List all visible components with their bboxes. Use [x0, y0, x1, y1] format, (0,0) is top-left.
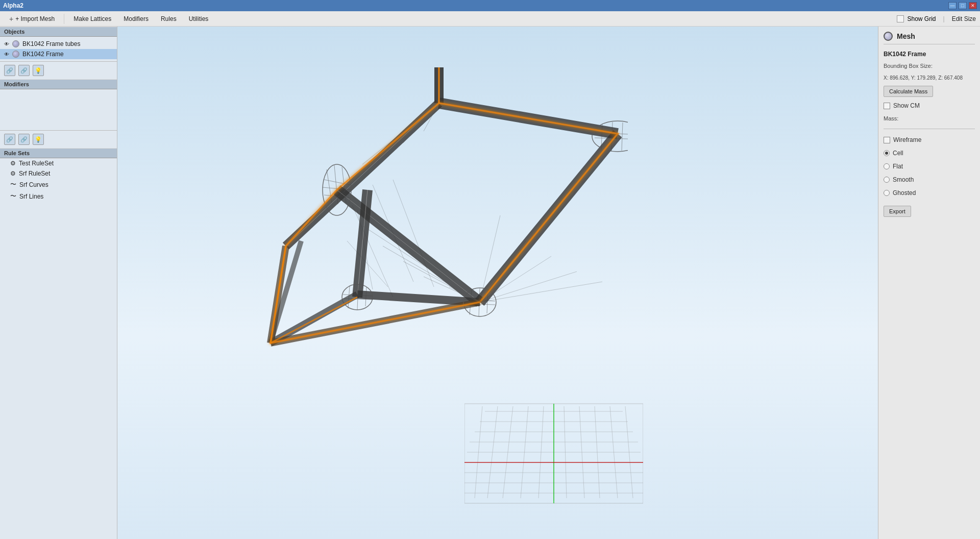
svg-line-53 — [373, 185, 413, 282]
rulesets-label: Rule Sets — [0, 148, 117, 158]
rulesets-section: Rule Sets ⚙ Test RuleSet ⚙ Srf RuleSet 〜… — [0, 148, 117, 539]
object-item-frame-tubes[interactable]: 👁 BK1042 Frame tubes — [0, 39, 117, 49]
show-grid-checkbox[interactable] — [897, 15, 904, 22]
object-toolbar: 🔗 🔗 💡 — [0, 61, 117, 79]
modifiers-menu[interactable]: Modifiers — [118, 13, 154, 24]
ghosted-radio-row[interactable]: Ghosted — [884, 189, 975, 197]
bounding-box-label: Bounding Box Size: — [884, 63, 975, 69]
main-layout: Objects 👁 BK1042 Frame tubes 👁 BK1042 Fr… — [0, 27, 980, 539]
flat-radio[interactable] — [884, 163, 890, 169]
show-grid-label: Show Grid — [907, 15, 936, 22]
svg-line-59 — [480, 241, 526, 302]
show-cm-row[interactable]: Show CM — [884, 102, 975, 109]
ruleset-item-curves[interactable]: 〜 Srf Curves — [0, 179, 117, 190]
divider-1 — [884, 129, 975, 129]
mod-link-icon-2[interactable]: 🔗 — [18, 134, 30, 145]
ruleset-item-lines[interactable]: 〜 Srf Lines — [0, 190, 117, 202]
ruleset-item-test[interactable]: ⚙ Test RuleSet — [0, 158, 117, 168]
link-icon-1[interactable]: 🔗 — [4, 65, 15, 76]
grid-floor — [464, 396, 643, 508]
show-cm-checkbox[interactable] — [884, 103, 890, 109]
link-icon-2[interactable]: 🔗 — [18, 65, 30, 76]
svg-line-8 — [357, 295, 480, 302]
rules-menu[interactable]: Rules — [156, 13, 182, 24]
import-mesh-button[interactable]: + + Import Mesh — [4, 13, 60, 25]
show-cm-label: Show CM — [893, 102, 920, 109]
globe-icon — [12, 40, 19, 47]
mass-label: Mass: — [884, 115, 975, 121]
modifier-toolbar: 🔗 🔗 💡 — [0, 130, 117, 148]
mod-bulb-icon[interactable]: 💡 — [33, 134, 44, 145]
menu-bar: + + Import Mesh Make Lattices Modifiers … — [0, 11, 980, 27]
bulb-icon[interactable]: 💡 — [33, 65, 44, 76]
mod-link-icon-1[interactable]: 🔗 — [4, 134, 15, 145]
close-button[interactable]: ✕ — [969, 2, 977, 9]
minimize-button[interactable]: — — [948, 2, 957, 9]
cell-label: Cell — [893, 150, 903, 157]
globe-icon-2 — [12, 51, 19, 58]
modifiers-content — [0, 89, 117, 130]
object-name-frame-tubes: BK1042 Frame tubes — [22, 40, 80, 47]
object-name-display: BK1042 Frame — [884, 51, 975, 58]
viewport-3d[interactable] — [117, 27, 878, 539]
make-lattices-menu[interactable]: Make Lattices — [68, 13, 116, 24]
modifiers-section: Modifiers — [0, 79, 117, 130]
maximize-button[interactable]: □ — [959, 2, 967, 9]
ruleset-icon: ⚙ — [10, 160, 16, 167]
calculate-mass-button[interactable]: Calculate Mass — [884, 86, 933, 97]
object-name-frame: BK1042 Frame — [22, 51, 64, 58]
modifiers-label: Modifiers — [0, 79, 117, 89]
smooth-radio-row[interactable]: Smooth — [884, 176, 975, 183]
ruleset-item-srf[interactable]: ⚙ Srf RuleSet — [0, 168, 117, 179]
ghosted-radio[interactable] — [884, 190, 890, 196]
svg-line-45 — [403, 103, 439, 143]
flat-radio-row[interactable]: Flat — [884, 163, 975, 170]
curve-icon: 〜 — [10, 180, 16, 189]
rulesets-list: ⚙ Test RuleSet ⚙ Srf RuleSet 〜 Srf Curve… — [0, 158, 117, 539]
window-controls[interactable]: — □ ✕ — [948, 2, 977, 9]
bike-frame-model — [168, 52, 628, 384]
ghosted-label: Ghosted — [893, 189, 916, 197]
export-button[interactable]: Export — [884, 206, 911, 217]
smooth-label: Smooth — [893, 176, 914, 183]
cell-radio-row[interactable]: Cell — [884, 150, 975, 157]
edit-size-label[interactable]: Edit Size — [952, 15, 976, 22]
wireframe-label: Wireframe — [893, 136, 921, 143]
utilities-menu[interactable]: Utilities — [184, 13, 214, 24]
wireframe-checkbox[interactable] — [884, 137, 890, 143]
ruleset-icon-2: ⚙ — [10, 170, 16, 177]
bounding-box-values: X: 896.628, Y: 179.289, Z: 667.408 — [884, 75, 975, 81]
right-panel: Mesh BK1042 Frame Bounding Box Size: X: … — [878, 27, 980, 539]
mesh-globe-icon — [884, 32, 893, 41]
objects-section-label: Objects — [0, 27, 117, 37]
object-item-frame[interactable]: 👁 BK1042 Frame — [0, 49, 117, 59]
svg-line-48 — [362, 226, 480, 302]
eye-icon: 👁 — [4, 41, 9, 47]
panel-title: Mesh — [897, 32, 915, 40]
wireframe-row[interactable]: Wireframe — [884, 136, 975, 143]
show-grid-area: Show Grid | Edit Size — [897, 15, 976, 22]
flat-label: Flat — [893, 163, 903, 170]
object-list: 👁 BK1042 Frame tubes 👁 BK1042 Frame — [0, 37, 117, 61]
right-panel-header: Mesh — [884, 32, 975, 44]
svg-line-56 — [347, 241, 388, 287]
cell-radio[interactable] — [884, 150, 890, 156]
app-title: Alpha2 — [3, 2, 23, 9]
line-icon: 〜 — [10, 192, 16, 201]
smooth-radio[interactable] — [884, 177, 890, 183]
left-panel: Objects 👁 BK1042 Frame tubes 👁 BK1042 Fr… — [0, 27, 117, 539]
svg-line-41 — [622, 122, 623, 151]
title-bar: Alpha2 — □ ✕ — [0, 0, 980, 11]
eye-icon-2: 👁 — [4, 52, 9, 57]
